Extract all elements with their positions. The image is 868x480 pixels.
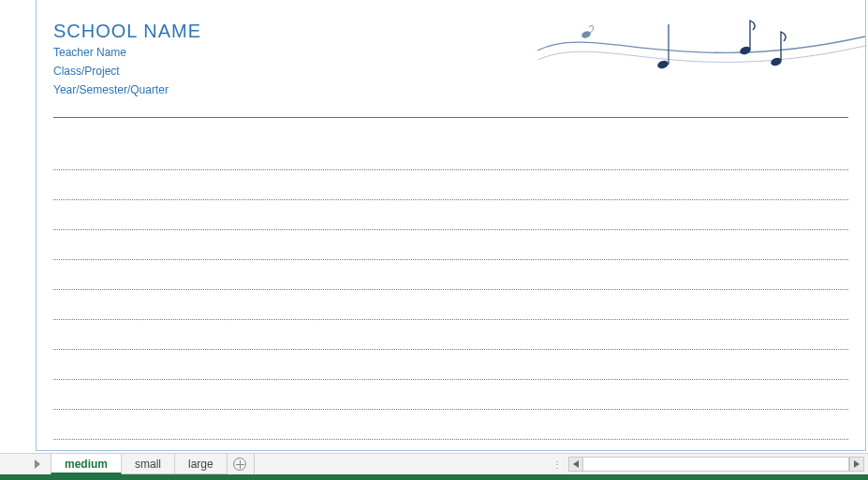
writing-line bbox=[53, 140, 848, 170]
new-sheet-button[interactable] bbox=[227, 454, 255, 474]
worksheet-page: SCHOOL NAME Teacher Name Class/Project Y… bbox=[36, 0, 866, 451]
writing-line bbox=[53, 350, 848, 380]
scroll-right-button[interactable] bbox=[849, 457, 864, 472]
class-project: Class/Project bbox=[53, 63, 865, 80]
writing-line bbox=[53, 290, 848, 320]
writing-line bbox=[53, 200, 848, 230]
sheet-tabs: mediumsmalllarge bbox=[51, 454, 227, 474]
writing-line bbox=[53, 170, 848, 200]
writing-line bbox=[53, 380, 848, 410]
writing-line bbox=[53, 230, 848, 260]
term: Year/Semester/Quarter bbox=[53, 81, 865, 98]
chevron-left-icon bbox=[573, 460, 579, 468]
scroll-thumb[interactable] bbox=[583, 458, 849, 471]
writing-lines bbox=[53, 140, 848, 440]
sheet-tab-small[interactable]: small bbox=[121, 454, 175, 474]
writing-line bbox=[53, 320, 848, 350]
header-divider bbox=[53, 117, 848, 118]
writing-line bbox=[53, 410, 848, 440]
writing-line bbox=[53, 260, 848, 290]
sheet-nav-buttons[interactable] bbox=[0, 454, 51, 474]
scroll-left-button[interactable] bbox=[568, 457, 583, 472]
sheet-tab-large[interactable]: large bbox=[174, 454, 228, 474]
horizontal-scrollbar[interactable] bbox=[565, 454, 868, 474]
sheet-tab-medium[interactable]: medium bbox=[51, 454, 122, 474]
sheet-nav-next-icon bbox=[34, 459, 41, 469]
teacher-name: Teacher Name bbox=[53, 44, 865, 61]
school-name: SCHOOL NAME bbox=[53, 21, 865, 42]
app-viewport: SCHOOL NAME Teacher Name Class/Project Y… bbox=[0, 0, 868, 480]
sheet-tab-bar: mediumsmalllarge ⋮ bbox=[0, 453, 868, 474]
plus-icon bbox=[233, 458, 246, 471]
status-bar bbox=[0, 474, 868, 480]
chevron-right-icon bbox=[854, 460, 860, 468]
tab-scroll-splitter[interactable]: ⋮ bbox=[550, 454, 565, 474]
template-header: SCHOOL NAME Teacher Name Class/Project Y… bbox=[37, 0, 865, 108]
scroll-track[interactable] bbox=[583, 457, 849, 472]
